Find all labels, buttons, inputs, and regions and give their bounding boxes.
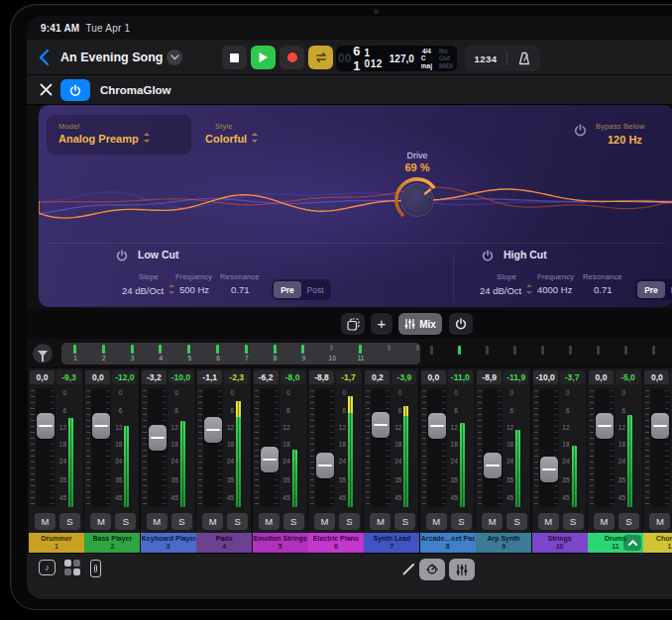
solo-button[interactable]: S	[227, 513, 248, 530]
fader-handle[interactable]	[596, 413, 614, 439]
solo-button[interactable]: S	[171, 513, 192, 530]
mute-button[interactable]: M	[482, 513, 503, 530]
metronome-icon[interactable]	[517, 52, 531, 65]
low-cut-slope-value[interactable]: 24 dB/Oct	[122, 284, 174, 296]
track-name-band[interactable]: Electric Piano6	[308, 533, 364, 553]
solo-button[interactable]: S	[563, 513, 584, 530]
volume-value[interactable]: -8,9	[477, 370, 502, 384]
volume-value[interactable]: 0,2	[365, 370, 390, 384]
solo-button[interactable]: S	[339, 513, 360, 530]
mute-button[interactable]: M	[35, 513, 56, 530]
mixer-view-button[interactable]	[449, 559, 475, 580]
mute-button[interactable]: M	[202, 513, 223, 530]
high-cut-frequency-value[interactable]: 4000 Hz	[537, 284, 572, 295]
solo-button[interactable]: S	[394, 513, 415, 530]
high-cut-power-button[interactable]	[482, 248, 494, 265]
volume-value[interactable]: 0,0	[589, 370, 614, 384]
drive-knob[interactable]	[388, 170, 447, 230]
track-name-band[interactable]: Synth Lead7	[364, 533, 419, 553]
add-plugin-button[interactable]: +	[371, 313, 392, 335]
song-menu-button[interactable]	[167, 50, 182, 65]
low-cut-frequency-value[interactable]: 500 Hz	[179, 284, 209, 295]
fader-handle[interactable]	[149, 425, 167, 451]
track-name-band[interactable]: Keyboard Player3	[141, 533, 196, 553]
solo-button[interactable]: S	[115, 513, 136, 530]
solo-button[interactable]: S	[451, 513, 472, 530]
mixer-power-button[interactable]	[449, 313, 473, 335]
solo-button[interactable]: S	[506, 513, 527, 530]
track-name-band[interactable]: Chorus V12	[643, 533, 672, 553]
fader-handle[interactable]	[651, 413, 669, 439]
volume-value[interactable]: 0,0	[30, 370, 55, 384]
solo-button[interactable]: S	[59, 513, 80, 530]
mute-button[interactable]: M	[649, 513, 670, 530]
plugin-power-button[interactable]	[60, 79, 90, 101]
low-cut-power-button[interactable]	[116, 248, 128, 265]
mute-button[interactable]: M	[594, 513, 615, 530]
mute-button[interactable]: M	[370, 513, 391, 530]
mute-button[interactable]: M	[314, 513, 335, 530]
overview-visible-window[interactable]: 1234567891011	[61, 343, 420, 364]
track-name-band[interactable]: Strings10	[532, 533, 588, 553]
bypass-power-button[interactable]	[574, 123, 587, 141]
keyboard-button[interactable]	[90, 560, 101, 577]
track-name-band[interactable]: Arp Synth9	[476, 533, 531, 553]
track-name-band[interactable]: Drummer1	[29, 533, 84, 553]
volume-value[interactable]: 0,0	[644, 370, 669, 384]
stop-button[interactable]	[222, 46, 247, 69]
lcd-display[interactable]: 00 6 1 1 012 127,0 4/4 C maj No Out MIDI	[336, 46, 457, 71]
fader-handle[interactable]	[484, 453, 502, 478]
mute-button[interactable]: M	[90, 513, 111, 530]
cycle-button[interactable]	[308, 46, 333, 69]
volume-value[interactable]: -10,0	[533, 370, 558, 384]
track-name-band[interactable]: Arcade…eet Pad8	[420, 533, 476, 553]
solo-button[interactable]: S	[618, 513, 639, 530]
mute-button[interactable]: M	[426, 513, 447, 530]
track-name-band[interactable]: Pads4	[196, 533, 252, 553]
volume-value[interactable]: -8,8	[309, 370, 334, 384]
solo-button[interactable]: S	[283, 513, 304, 530]
track-name-band[interactable]: Drums11	[588, 533, 643, 553]
bypass-below-value[interactable]: 120 Hz	[608, 134, 642, 146]
volume-value[interactable]: -1,1	[197, 370, 222, 384]
volume-value[interactable]: -6,2	[254, 370, 279, 384]
mute-button[interactable]: M	[147, 513, 168, 530]
mix-button[interactable]: Mix	[398, 313, 442, 335]
volume-value[interactable]: -3,2	[142, 370, 167, 384]
post-button[interactable]: Post	[301, 281, 329, 298]
count-in-button[interactable]: 1234	[474, 53, 497, 64]
fader-handle[interactable]	[204, 417, 222, 443]
low-cut-resonance-value[interactable]: 0.71	[231, 284, 250, 295]
high-cut-resonance-value[interactable]: 0.71	[594, 284, 613, 295]
fader-handle[interactable]	[316, 453, 334, 478]
back-button[interactable]	[37, 48, 55, 67]
post-button[interactable]: Post	[665, 281, 672, 298]
fader-handle[interactable]	[372, 412, 390, 438]
plugins-button[interactable]	[64, 560, 80, 575]
play-button[interactable]	[251, 46, 276, 69]
high-cut-slope-value[interactable]: 24 dB/Oct	[480, 284, 532, 296]
track-name-band[interactable]: Emotion Strings5	[253, 533, 308, 553]
mute-button[interactable]: M	[259, 513, 280, 530]
model-value[interactable]: Analog Preamp	[58, 133, 150, 145]
style-value[interactable]: Colorful	[205, 133, 258, 145]
record-button[interactable]	[280, 46, 304, 69]
volume-value[interactable]: 0,0	[85, 370, 110, 384]
browser-button[interactable]: ♪	[39, 560, 56, 575]
close-icon[interactable]	[39, 82, 54, 97]
duplicate-button[interactable]	[341, 313, 365, 335]
fader-handle[interactable]	[37, 413, 55, 439]
edit-button[interactable]	[401, 562, 416, 580]
fader-handle[interactable]	[428, 413, 446, 439]
pre-button[interactable]: Pre	[274, 281, 301, 298]
track-name-band[interactable]: Bass Player2	[84, 533, 140, 553]
pre-button[interactable]: Pre	[637, 281, 665, 298]
collapse-chevron-button[interactable]	[623, 535, 641, 551]
controls-view-button[interactable]	[419, 559, 445, 580]
mute-button[interactable]: M	[538, 513, 559, 530]
song-title[interactable]: An Evening Song	[60, 51, 163, 64]
volume-value[interactable]: 0,0	[421, 370, 446, 384]
fader-handle[interactable]	[540, 457, 558, 482]
fader-handle[interactable]	[261, 447, 279, 472]
overview-filter-button[interactable]	[33, 344, 53, 363]
